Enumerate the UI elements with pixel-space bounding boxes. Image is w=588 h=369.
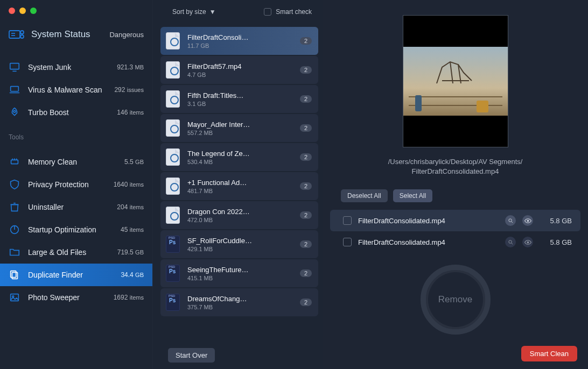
svg-point-22: [508, 219, 512, 222]
power-icon: [9, 224, 20, 236]
quicklook-button[interactable]: [522, 237, 533, 247]
smart-clean-button[interactable]: Smart Clean: [521, 346, 577, 361]
sidebar-nav-tools: Memory Clean 5.5 GB Privacy Protection 1…: [0, 144, 152, 309]
sidebar-item-turbo-boost[interactable]: Turbo Boost 146 items: [0, 101, 152, 124]
svg-rect-20: [11, 294, 19, 301]
monitor-icon: [9, 61, 20, 73]
duplicate-group-list[interactable]: FilterDraftConsoli…11.7 GB2FilterDraft57…: [153, 24, 323, 343]
sidebar-item-label: Uninstaller: [28, 203, 64, 211]
sidebar-item-memory-clean[interactable]: Memory Clean 5.5 GB: [0, 151, 152, 173]
sidebar-item-virus-scan[interactable]: Virus & Malware Scan 292 issues: [0, 79, 152, 101]
folder-icon: [9, 246, 20, 258]
sort-dropdown[interactable]: Sort by size ▼: [172, 8, 216, 16]
sidebar: System Status Dangerous System Junk 921.…: [0, 0, 152, 369]
app-title[interactable]: System Status: [9, 29, 90, 40]
file-checkbox[interactable]: [343, 238, 352, 246]
file-preview: [403, 15, 508, 147]
svg-rect-19: [11, 271, 16, 278]
file-type-icon: [166, 61, 180, 79]
quicklook-button[interactable]: [522, 215, 533, 226]
sidebar-item-label: System Junk: [28, 63, 71, 72]
chip-icon: [9, 156, 20, 168]
file-size: 11.7 GB: [187, 42, 300, 49]
smart-check-toggle[interactable]: Smart check: [264, 8, 312, 16]
sidebar-item-label: Virus & Malware Scan: [28, 86, 102, 94]
duplicate-file-list: FilterDraftConsolidated.mp45.8 GBFilterD…: [323, 210, 588, 253]
svg-point-1: [20, 31, 24, 34]
shield-icon: [9, 179, 20, 190]
duplicate-file-size: 5.8 GB: [540, 217, 572, 225]
duplicate-file-row[interactable]: FilterDraftConsolidated.mp45.8 GB: [330, 210, 580, 231]
file-size: 3.1 GB: [187, 101, 300, 107]
svg-rect-0: [9, 31, 20, 38]
select-all-button[interactable]: Select All: [393, 189, 432, 202]
sidebar-item-startup[interactable]: Startup Optimization 45 items: [0, 218, 152, 241]
file-type-icon: [166, 119, 180, 137]
file-type-icon: [166, 148, 180, 166]
reveal-in-finder-button[interactable]: [505, 237, 516, 247]
file-name: Mayor_Adler Inter…: [187, 120, 268, 129]
duplicate-group-row[interactable]: Fifth Draft:Titles…3.1 GB2: [160, 85, 318, 113]
sidebar-nav-main: System Junk 921.3 MB Virus & Malware Sca…: [0, 49, 152, 124]
file-path: /Users/chrisbarylick/Desktop/AV Segments…: [372, 147, 539, 182]
sidebar-item-photo-sweeper[interactable]: Photo Sweeper 1692 items: [0, 286, 152, 309]
duplicate-count-badge: 2: [300, 240, 312, 248]
sidebar-item-duplicate-finder[interactable]: Duplicate Finder 34.4 GB: [0, 264, 152, 286]
checkbox-icon: [264, 8, 271, 16]
preview-thumbnail: [403, 47, 508, 116]
duplicate-group-row[interactable]: FilterDraftConsoli…11.7 GB2: [160, 27, 318, 55]
close-window-button[interactable]: [9, 8, 15, 14]
duplicate-group-row[interactable]: +1 Functional Ad…481.7 MB2: [160, 172, 318, 200]
duplicate-file-name: FilterDraftConsolidated.mp4: [358, 217, 499, 225]
duplicate-group-row[interactable]: SF_RollForCuddle…429.1 MB2: [160, 230, 318, 258]
svg-line-23: [511, 222, 512, 223]
deselect-all-button[interactable]: Deselect All: [341, 189, 388, 202]
dashboard-icon: [9, 29, 26, 40]
minimize-window-button[interactable]: [19, 8, 26, 14]
duplicate-count-badge: 2: [300, 37, 312, 45]
duplicate-group-row[interactable]: Dragon Con 2022…472.0 MB2: [160, 201, 318, 229]
duplicate-file-size: 5.8 GB: [540, 238, 572, 246]
svg-line-26: [511, 243, 512, 244]
duplicate-group-row[interactable]: The Legend of Ze…530.4 MB2: [160, 143, 318, 171]
duplicate-group-row[interactable]: SeeingTheFuture…415.1 MB2: [160, 259, 318, 287]
sidebar-item-label: Memory Clean: [28, 158, 77, 166]
start-over-button[interactable]: Start Over: [168, 348, 215, 363]
app-title-text: System Status: [31, 29, 90, 40]
file-checkbox[interactable]: [343, 216, 352, 225]
file-size: 472.0 MB: [187, 217, 300, 223]
file-size: 429.1 MB: [187, 246, 300, 252]
sidebar-item-large-files[interactable]: Large & Old Files 719.5 GB: [0, 241, 152, 264]
file-type-icon: [166, 90, 180, 108]
file-size: 530.4 MB: [187, 159, 300, 165]
file-size: 557.2 MB: [187, 130, 300, 136]
file-name: SeeingTheFuture…: [187, 266, 268, 274]
file-type-icon: [166, 207, 180, 224]
sidebar-item-uninstaller[interactable]: Uninstaller 204 items: [0, 196, 152, 218]
svg-point-9: [13, 110, 16, 112]
file-type-icon: [166, 265, 180, 282]
reveal-in-finder-button[interactable]: [505, 215, 516, 226]
sidebar-item-privacy[interactable]: Privacy Protection 1640 items: [0, 173, 152, 196]
sidebar-item-label: Privacy Protection: [28, 180, 89, 189]
duplicate-group-row[interactable]: Mayor_Adler Inter…557.2 MB2: [160, 114, 318, 142]
duplicate-group-row[interactable]: DreamsOfChang…375.7 MB2: [160, 288, 318, 316]
file-name: Dragon Con 2022…: [187, 208, 268, 216]
sidebar-item-label: Large & Old Files: [28, 248, 86, 257]
duplicate-file-row[interactable]: FilterDraftConsolidated.mp45.8 GB: [330, 231, 580, 253]
sidebar-item-system-junk[interactable]: System Junk 921.3 MB: [0, 56, 152, 79]
copy-icon: [9, 269, 20, 281]
svg-point-2: [20, 35, 24, 38]
svg-rect-10: [11, 160, 18, 164]
file-type-icon: [166, 178, 180, 195]
duplicate-group-row[interactable]: FilterDraft57.mp44.7 GB2: [160, 56, 318, 84]
remove-button[interactable]: Remove: [421, 265, 491, 335]
file-name: FilterDraft57.mp4: [187, 62, 268, 70]
file-name: +1 Functional Ad…: [187, 179, 268, 187]
remove-label: Remove: [438, 294, 472, 305]
sidebar-item-label: Turbo Boost: [28, 108, 69, 117]
file-name: The Legend of Ze…: [187, 150, 268, 158]
laptop-icon: [9, 84, 20, 96]
file-name: DreamsOfChang…: [187, 295, 268, 303]
fullscreen-window-button[interactable]: [30, 8, 37, 14]
